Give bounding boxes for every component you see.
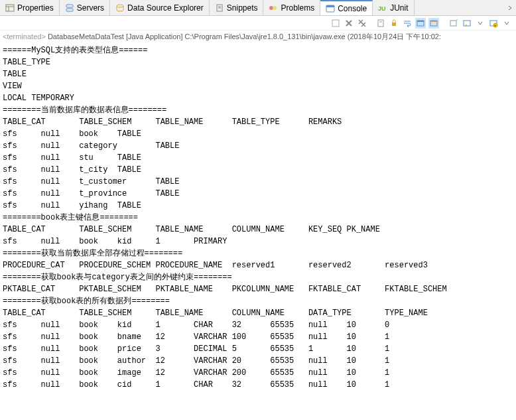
scroll-lock-button[interactable] (389, 18, 399, 29)
open-console-button[interactable]: + (488, 18, 499, 29)
show-console-on-output-button[interactable] (415, 18, 426, 29)
console-output[interactable]: ======MySQL支持的表类型信息====== TABLE_TYPE TAB… (0, 43, 516, 392)
pin-console-button[interactable] (448, 18, 459, 29)
servers-icon (65, 3, 74, 13)
tab-console[interactable]: Console (320, 0, 373, 15)
properties-icon (5, 3, 15, 13)
tab-snippets[interactable]: Snippets (210, 0, 264, 15)
tab-junit[interactable]: JU JUnit (373, 0, 414, 15)
svg-rect-22 (450, 21, 456, 26)
word-wrap-button[interactable] (402, 18, 413, 29)
svg-rect-12 (326, 5, 334, 7)
chevron-right-icon (507, 5, 513, 11)
svg-rect-4 (66, 9, 73, 11)
clear-console-button[interactable] (375, 18, 386, 29)
problems-icon (269, 3, 278, 13)
view-tabs: Properties Servers Data Source Explorer … (0, 0, 516, 16)
tab-properties[interactable]: Properties (0, 0, 60, 15)
svg-point-10 (273, 6, 277, 10)
dropdown-arrow-2[interactable] (501, 18, 512, 29)
svg-rect-17 (392, 23, 396, 26)
svg-rect-3 (66, 5, 73, 7)
console-icon (326, 4, 335, 13)
dropdown-arrow[interactable] (475, 18, 485, 29)
svg-rect-0 (6, 5, 14, 11)
show-console-on-error-button[interactable] (428, 18, 439, 29)
console-toolbar: + (0, 16, 516, 31)
remove-all-button[interactable] (357, 18, 367, 29)
svg-rect-21 (430, 21, 437, 22)
tab-label: Servers (77, 3, 104, 13)
snippets-icon (215, 3, 224, 13)
svg-rect-23 (464, 21, 470, 26)
tab-label: JUnit (390, 3, 408, 13)
remove-launch-button[interactable] (344, 18, 354, 29)
process-path: DatabaseMetaDataTest [Java Application] … (48, 33, 441, 40)
tab-servers[interactable]: Servers (60, 0, 110, 15)
svg-rect-15 (378, 20, 383, 27)
tab-data-source[interactable]: Data Source Explorer (110, 0, 210, 15)
svg-rect-19 (417, 21, 424, 22)
svg-rect-14 (332, 20, 339, 27)
terminated-label: <terminated> (3, 33, 46, 40)
tab-label: Snippets (227, 3, 258, 13)
svg-text:+: + (494, 23, 496, 27)
tabs-overflow[interactable] (504, 0, 516, 15)
svg-point-5 (117, 5, 123, 7)
data-source-icon (115, 3, 125, 13)
tab-problems[interactable]: Problems (263, 0, 320, 15)
process-meta: <terminated> DatabaseMetaDataTest [Java … (0, 31, 516, 43)
display-selected-console-button[interactable] (462, 18, 472, 29)
junit-icon: JU (378, 3, 387, 13)
svg-text:JU: JU (378, 5, 386, 12)
blank-button[interactable] (330, 18, 341, 29)
tab-label: Data Source Explorer (127, 3, 204, 13)
tab-label: Properties (17, 3, 54, 13)
tab-label: Problems (281, 3, 314, 13)
tab-label: Console (338, 4, 367, 13)
